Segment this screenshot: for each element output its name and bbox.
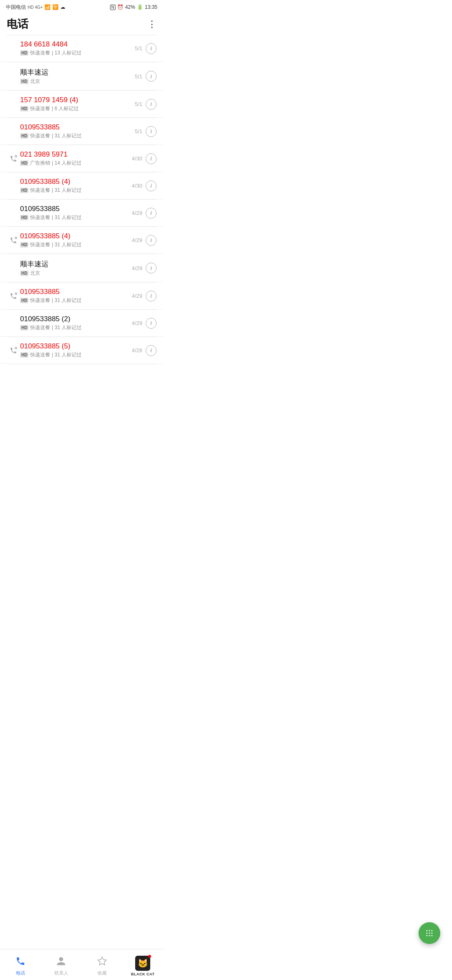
call-list-item[interactable]: 0109533885 (2)HD快递送餐 | 31 人标记过4/29i bbox=[0, 310, 163, 337]
call-item-content: 0109533885HD快递送餐 | 31 人标记过 bbox=[20, 288, 132, 304]
call-meta: 5/1i bbox=[135, 126, 157, 137]
call-number: 顺丰速运 bbox=[20, 259, 132, 269]
missed-call-icon bbox=[7, 155, 20, 162]
alarm-icon: ⏰ bbox=[117, 4, 123, 10]
hd-badge: HD bbox=[20, 298, 28, 303]
call-subtitle: HD广告推销 | 14 人标记过 bbox=[20, 160, 132, 167]
call-subtitle: HD快递送餐 | 31 人标记过 bbox=[20, 132, 135, 139]
call-sub-text: 快递送餐 | 31 人标记过 bbox=[30, 241, 81, 248]
call-sub-text: 快递送餐 | 13 人标记过 bbox=[30, 49, 81, 57]
call-item-content: 顺丰速运HD北京 bbox=[20, 67, 135, 85]
cloud-icon: ☁ bbox=[60, 4, 65, 10]
call-info-button[interactable]: i bbox=[146, 235, 157, 246]
call-list-item[interactable]: 顺丰速运HD北京5/1i bbox=[0, 62, 163, 90]
call-list-item[interactable]: 0109533885 (5)HD快递送餐 | 31 人标记过4/28i bbox=[0, 337, 163, 364]
call-info-button[interactable]: i bbox=[146, 318, 157, 329]
call-info-button[interactable]: i bbox=[146, 126, 157, 137]
call-subtitle: HD快递送餐 | 31 人标记过 bbox=[20, 187, 132, 194]
call-info-button[interactable]: i bbox=[146, 291, 157, 302]
call-number: 184 6618 4484 bbox=[20, 40, 135, 49]
call-sub-text: 北京 bbox=[30, 270, 40, 277]
call-info-button[interactable]: i bbox=[146, 263, 157, 273]
call-list-item[interactable]: 0109533885HD快递送餐 | 31 人标记过4/29i bbox=[0, 200, 163, 227]
call-date: 4/29 bbox=[132, 265, 142, 271]
call-sub-text: 快递送餐 | 31 人标记过 bbox=[30, 297, 81, 304]
call-item-content: 0109533885 (4)HD快递送餐 | 31 人标记过 bbox=[20, 178, 132, 194]
call-subtitle: HD快递送餐 | 13 人标记过 bbox=[20, 49, 135, 57]
call-date: 4/29 bbox=[132, 320, 142, 326]
call-sub-text: 快递送餐 | 31 人标记过 bbox=[30, 214, 81, 221]
call-subtitle: HD快递送餐 | 31 人标记过 bbox=[20, 351, 132, 358]
carrier-label: 中国电信 bbox=[6, 4, 26, 11]
call-date: 5/1 bbox=[135, 101, 142, 107]
call-list-item[interactable]: 184 6618 4484HD快递送餐 | 13 人标记过5/1i bbox=[0, 35, 163, 62]
call-list-item[interactable]: 0109533885 (4)HD快递送餐 | 31 人标记过4/30i bbox=[0, 173, 163, 199]
call-subtitle: HD北京 bbox=[20, 78, 135, 85]
call-number: 0109533885 (4) bbox=[20, 232, 132, 240]
wifi-icon: 🛜 bbox=[52, 4, 59, 10]
call-subtitle: HD快递送餐 | 31 人标记过 bbox=[20, 297, 132, 304]
hd-badge: HD bbox=[20, 133, 28, 139]
call-date: 4/29 bbox=[132, 237, 142, 243]
hd-badge: HD bbox=[20, 188, 28, 193]
call-sub-text: 北京 bbox=[30, 78, 40, 85]
call-sub-text: 广告推销 | 14 人标记过 bbox=[30, 160, 81, 167]
call-list-item[interactable]: 顺丰速运HD北京4/29i bbox=[0, 254, 163, 282]
call-sub-text: 快递送餐 | 31 人标记过 bbox=[30, 132, 81, 139]
call-list-item[interactable]: 0109533885HD快递送餐 | 31 人标记过5/1i bbox=[0, 118, 163, 145]
status-right: N ⏰ 42% 🔋 13:35 bbox=[110, 4, 157, 10]
call-item-content: 184 6618 4484HD快递送餐 | 13 人标记过 bbox=[20, 40, 135, 57]
call-info-button[interactable]: i bbox=[146, 71, 157, 82]
call-meta: 4/29i bbox=[132, 208, 157, 219]
call-number: 0109533885 (4) bbox=[20, 178, 132, 186]
call-subtitle: HD快递送餐 | 6 人标记过 bbox=[20, 105, 135, 112]
call-meta: 4/29i bbox=[132, 318, 157, 329]
call-sub-text: 快递送餐 | 31 人标记过 bbox=[30, 351, 81, 358]
call-list-item[interactable]: 0109533885HD快递送餐 | 31 人标记过4/29i bbox=[0, 283, 163, 309]
hd-badge: HD bbox=[20, 215, 28, 220]
call-subtitle: HD北京 bbox=[20, 270, 132, 277]
status-left: 中国电信 HD 4G+ 📶 🛜 ☁ bbox=[6, 4, 65, 11]
call-list-item[interactable]: 021 3989 5971HD广告推销 | 14 人标记过4/30i bbox=[0, 145, 163, 172]
call-list: 184 6618 4484HD快递送餐 | 13 人标记过5/1i顺丰速运HD北… bbox=[0, 35, 163, 398]
call-item-content: 顺丰速运HD北京 bbox=[20, 259, 132, 277]
call-number: 021 3989 5971 bbox=[20, 150, 132, 159]
call-meta: 4/30i bbox=[132, 153, 157, 164]
call-date: 4/28 bbox=[132, 347, 142, 353]
call-info-button[interactable]: i bbox=[146, 208, 157, 219]
call-subtitle: HD快递送餐 | 31 人标记过 bbox=[20, 324, 132, 331]
call-info-button[interactable]: i bbox=[146, 181, 157, 191]
call-meta: 5/1i bbox=[135, 99, 157, 110]
page-title: 电话 bbox=[7, 17, 28, 31]
call-subtitle: HD快递送餐 | 31 人标记过 bbox=[20, 214, 132, 221]
call-date: 4/30 bbox=[132, 183, 142, 189]
hd-badge: HD bbox=[20, 106, 28, 111]
call-info-button[interactable]: i bbox=[146, 99, 157, 110]
call-item-content: 0109533885HD快递送餐 | 31 人标记过 bbox=[20, 205, 132, 221]
call-item-content: 0109533885 (4)HD快递送餐 | 31 人标记过 bbox=[20, 232, 132, 248]
call-meta: 4/28i bbox=[132, 345, 157, 356]
missed-call-icon bbox=[7, 347, 20, 354]
call-info-button[interactable]: i bbox=[146, 43, 157, 54]
call-info-button[interactable]: i bbox=[146, 153, 157, 164]
hd-badge: HD bbox=[20, 271, 28, 276]
call-meta: 4/29i bbox=[132, 291, 157, 302]
missed-call-icon bbox=[7, 292, 20, 300]
call-list-item[interactable]: 0109533885 (4)HD快递送餐 | 31 人标记过4/29i bbox=[0, 227, 163, 254]
call-item-content: 0109533885 (2)HD快递送餐 | 31 人标记过 bbox=[20, 315, 132, 331]
call-info-button[interactable]: i bbox=[146, 345, 157, 356]
call-date: 5/1 bbox=[135, 128, 142, 134]
call-date: 5/1 bbox=[135, 73, 142, 80]
call-sub-text: 快递送餐 | 31 人标记过 bbox=[30, 324, 81, 331]
call-list-item[interactable]: 157 1079 1459 (4)HD快递送餐 | 6 人标记过5/1i bbox=[0, 91, 163, 118]
call-number: 顺丰速运 bbox=[20, 67, 135, 77]
signal-icon: 📶 bbox=[44, 4, 51, 10]
call-meta: 4/30i bbox=[132, 181, 157, 191]
hd-badge: HD bbox=[20, 242, 28, 248]
call-meta: 4/29i bbox=[132, 235, 157, 246]
hd-badge: HD bbox=[20, 352, 28, 358]
more-menu-button[interactable]: ⋮ bbox=[147, 19, 157, 30]
call-item-content: 157 1079 1459 (4)HD快递送餐 | 6 人标记过 bbox=[20, 96, 135, 112]
call-number: 157 1079 1459 (4) bbox=[20, 96, 135, 104]
network-label: HD 4G+ bbox=[28, 5, 43, 10]
